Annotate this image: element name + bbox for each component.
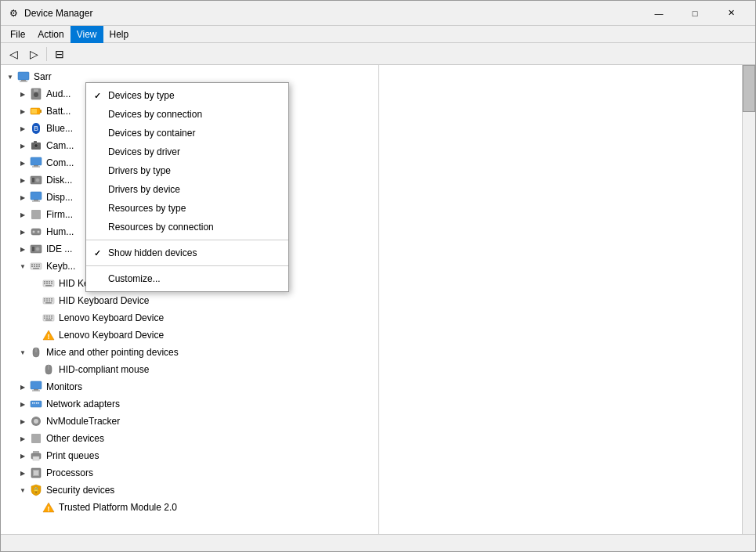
expand-icon-monitors[interactable]: ▶ [16,381,29,393]
expand-icon-mice[interactable]: ▼ [16,346,29,359]
dropdown-item-customize[interactable]: Customize... [86,269,288,288]
tree-label-security: Security devices [46,485,114,496]
expand-icon-keyboards[interactable]: ▼ [16,260,29,272]
svg-rect-37 [34,266,35,268]
expand-icon-other[interactable]: ▶ [16,432,29,445]
tree-label-battery: Batt... [46,106,71,117]
dropdown-item-devices-by-connection[interactable]: Devices by connection [86,105,288,124]
tree-item-network[interactable]: ▶Network adapters [1,395,378,413]
expand-icon-computer[interactable]: ▶ [16,157,29,169]
svg-rect-89 [33,451,39,453]
device-icon-computer [29,156,43,170]
dropdown-item-drivers-by-device[interactable]: Drivers by device [86,180,288,199]
back-button[interactable]: ◁ [4,45,23,63]
expand-icon-print[interactable]: ▶ [16,449,29,462]
tree-item-nvmodule[interactable]: ▶NvModuleTracker [1,413,378,430]
expand-icon-disk[interactable]: ▶ [16,174,29,186]
maximize-button[interactable]: □ [677,1,713,26]
expand-icon-lenovo-kb1[interactable] [29,312,42,324]
dropdown-item-devices-by-type[interactable]: ✓Devices by type [86,86,288,105]
scrollbar-thumb[interactable] [743,65,755,112]
dropdown-item-show-hidden-devices[interactable]: ✓Show hidden devices [86,244,288,262]
svg-rect-52 [44,298,45,300]
tree-item-security[interactable]: ▼🔒Security devices [1,482,378,499]
dropdown-item-devices-by-driver[interactable]: Devices by driver [86,143,288,161]
svg-rect-33 [34,264,35,265]
tree-item-mice[interactable]: ▼Mice and other pointing devices [1,344,378,361]
menu-view[interactable]: View [71,26,103,43]
svg-rect-54 [49,298,50,300]
svg-rect-78 [34,389,38,391]
tree-item-lenovo-kb2[interactable]: !Lenovo Keyboard Device [1,327,378,344]
tree-item-other[interactable]: ▶Other devices [1,430,378,447]
tree-item-monitors[interactable]: ▶Monitors [1,378,378,395]
svg-rect-82 [34,402,36,404]
expand-icon-nvmodule[interactable]: ▶ [16,415,29,428]
expand-icon-security[interactable]: ▼ [16,484,29,496]
expand-icon-lenovo-kb2[interactable] [29,329,42,341]
dropdown-item-resources-by-connection[interactable]: Resources by connection [86,218,288,236]
svg-rect-68 [49,318,50,319]
svg-point-86 [34,419,38,424]
svg-point-13 [34,144,38,147]
device-icon-print [29,449,43,463]
status-bar [1,534,755,551]
svg-rect-38 [36,266,38,268]
expand-icon-firmware[interactable]: ▶ [16,208,29,221]
svg-rect-16 [34,165,38,167]
forward-button[interactable]: ▷ [24,45,43,63]
expand-icon-hid-kb2[interactable] [29,294,42,307]
dropdown-item-devices-by-container[interactable]: Devices by container [86,124,288,143]
tree-item-print[interactable]: ▶Print queues [1,447,378,464]
device-icon-sarr [16,70,31,84]
right-panel [379,65,755,534]
svg-rect-44 [49,281,50,283]
close-button[interactable]: ✕ [713,1,749,26]
device-icon-audio [29,87,43,101]
menu-help[interactable]: Help [103,26,136,43]
svg-rect-48 [49,283,50,285]
svg-rect-50 [45,285,52,287]
device-icon-security: 🔒 [29,483,43,497]
minimize-button[interactable]: — [641,1,677,26]
expand-icon-display[interactable]: ▶ [16,191,29,204]
svg-rect-42 [44,281,45,283]
dropdown-item-resources-by-type[interactable]: Resources by type [86,199,288,218]
tree-item-hid-mouse[interactable]: HID-compliant mouse [1,361,378,378]
device-icon-lenovo-kb1 [42,311,56,325]
expand-icon-network[interactable]: ▶ [16,398,29,410]
menu-bar: File Action View Help [1,26,755,43]
expand-icon-processors[interactable]: ▶ [16,467,29,479]
tree-item-lenovo-kb1[interactable]: Lenovo Keyboard Device [1,309,378,327]
expand-icon-tpm[interactable] [29,501,42,514]
svg-rect-56 [44,301,45,302]
expand-icon-sarr[interactable]: ▼ [4,70,16,83]
expand-icon-audio[interactable]: ▶ [16,88,29,100]
tree-item-processors[interactable]: ▶Processors [1,464,378,482]
expand-icon-hid-mouse[interactable] [29,363,42,376]
toolbar: ◁ ▷ ⊟ [1,43,755,65]
device-icon-network [29,397,43,411]
scrollbar[interactable] [742,65,755,534]
svg-rect-24 [31,210,41,219]
expand-icon-hid-kb1[interactable] [29,277,42,290]
expand-icon-ide[interactable]: ▶ [16,243,29,255]
dropdown-item-drivers-by-type[interactable]: Drivers by type [86,161,288,180]
menu-action[interactable]: Action [31,26,70,43]
tree-label-human: Hum... [46,226,74,237]
device-icon-camera [29,139,43,153]
tree-item-tpm[interactable]: !Trusted Platform Module 2.0 [1,499,378,516]
svg-rect-90 [33,456,39,460]
tree-item-hid-kb2[interactable]: HID Keyboard Device [1,292,378,309]
tree-label-network: Network adapters [46,399,120,409]
expand-icon-battery[interactable]: ▶ [16,105,29,117]
menu-file[interactable]: File [4,26,31,43]
expand-icon-bluetooth[interactable]: ▶ [16,122,29,135]
svg-rect-40 [33,268,39,269]
expand-icon-camera[interactable]: ▶ [16,139,29,152]
properties-button[interactable]: ⊟ [50,45,69,63]
tree-label-bluetooth: Blue... [46,123,73,134]
svg-rect-58 [49,301,50,302]
tree-label-audio: Aud... [46,88,71,99]
expand-icon-human[interactable]: ▶ [16,225,29,238]
